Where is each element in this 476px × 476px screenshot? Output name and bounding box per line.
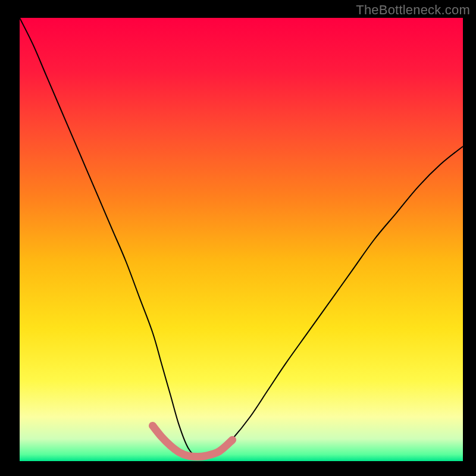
- plot-area: [20, 18, 463, 461]
- gradient-background: [20, 18, 463, 461]
- chart-svg: [20, 18, 463, 461]
- chart-frame: TheBottleneck.com: [0, 0, 476, 476]
- watermark-text: TheBottleneck.com: [356, 2, 470, 18]
